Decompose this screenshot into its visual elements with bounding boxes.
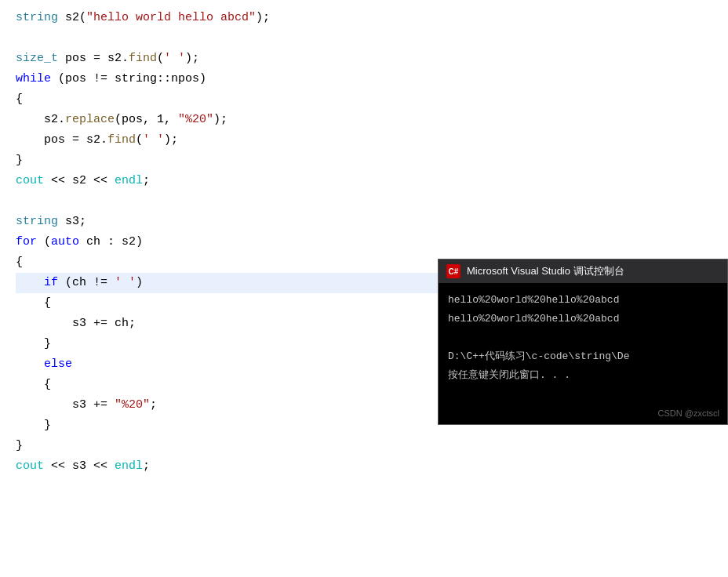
token-plain: } (16, 151, 23, 171)
token-plain: s2( (58, 8, 86, 28)
token-fn: replace (65, 110, 115, 130)
code-line (16, 28, 712, 49)
token-str: ' ' (143, 130, 164, 151)
code-line: s2.replace(pos, 1, "%20"); (16, 110, 712, 130)
token-plain: ; (143, 171, 150, 191)
token-str: "%20" (178, 110, 213, 130)
token-plain: s3 += (16, 395, 115, 416)
code-line: cout << s3 << endl; (16, 456, 712, 477)
token-plain: pos = s2. (58, 49, 129, 69)
token-fn: find (129, 49, 157, 69)
token-plain: ( (136, 130, 143, 151)
console-title: Microsoft Visual Studio 调试控制台 (467, 264, 624, 278)
token-plain: s3 += ch; (16, 314, 136, 334)
token-kw-cyan: cout (16, 171, 44, 191)
token-plain: ); (185, 49, 199, 69)
token-plain: { (16, 375, 51, 395)
code-line: string s2("hello world hello abcd"); (16, 8, 712, 28)
token-plain: { (16, 293, 51, 314)
token-plain: ( (37, 232, 51, 252)
token-plain: { (16, 89, 23, 110)
code-line: { (16, 89, 712, 110)
token-kw: auto (51, 232, 79, 252)
token-plain: << s3 << (44, 456, 115, 477)
token-plain: (ch != (58, 273, 115, 293)
token-str: "%20" (115, 395, 150, 416)
token-plain: ; (150, 395, 157, 416)
token-plain: (pos, 1, (115, 110, 178, 130)
token-plain: ; (143, 456, 150, 477)
token-kw-cyan: endl (115, 456, 143, 477)
token-kw: for (16, 232, 37, 252)
token-kw: if (44, 273, 58, 293)
code-line: size_t pos = s2.find(' '); (16, 49, 712, 69)
code-line: for (auto ch : s2) (16, 232, 712, 252)
token-plain: ); (164, 130, 178, 151)
token-str: ' ' (115, 273, 136, 293)
token-kw: while (16, 69, 51, 89)
token-plain: ); (256, 8, 270, 28)
token-plain: (pos != string::npos) (51, 69, 206, 89)
console-line (448, 328, 718, 347)
console-titlebar: C# Microsoft Visual Studio 调试控制台 (439, 259, 727, 283)
console-line: 按任意键关闭此窗口. . . (448, 366, 718, 385)
code-line: cout << s2 << endl; (16, 171, 712, 191)
console-line: D:\C++代码练习\c-code\string\De (448, 347, 718, 366)
code-line: string s3; (16, 212, 712, 232)
token-plain: ( (157, 49, 164, 69)
token-plain: } (16, 334, 51, 354)
console-content: hello%20world%20hello%20abcdhello%20worl… (439, 283, 727, 424)
token-str: ' ' (164, 49, 185, 69)
watermark: CSDN @zxctscl (658, 408, 719, 418)
token-type: string (16, 212, 58, 232)
code-line: } (16, 151, 712, 171)
token-plain: ); (213, 110, 228, 130)
token-plain: << s2 << (44, 171, 115, 191)
token-kw-cyan: endl (115, 171, 143, 191)
token-plain: ) (136, 273, 143, 293)
token-kw: else (44, 354, 72, 375)
token-plain: s2. (16, 110, 65, 130)
token-plain: ch : s2) (79, 232, 143, 252)
console-line: hello%20world%20hello%20abcd (448, 291, 718, 310)
token-plain: { (16, 252, 23, 273)
token-kw-cyan: cout (16, 456, 44, 477)
console-window: C# Microsoft Visual Studio 调试控制台 hello%2… (438, 259, 728, 425)
token-type: size_t (16, 49, 58, 69)
console-line: hello%20world%20hello%20abcd (448, 310, 718, 328)
code-line (16, 191, 712, 212)
token-str: "hello world hello abcd" (86, 8, 256, 28)
code-line: pos = s2.find(' '); (16, 130, 712, 151)
token-fn: find (107, 130, 136, 151)
token-type: string (16, 8, 58, 28)
token-plain (16, 354, 44, 375)
code-line: } (16, 436, 712, 456)
token-plain (16, 273, 44, 293)
console-app-icon: C# (446, 264, 460, 278)
token-plain: } (16, 436, 23, 456)
token-plain: pos = s2. (16, 130, 107, 151)
token-plain: s3; (58, 212, 86, 232)
code-line: while (pos != string::npos) (16, 69, 712, 89)
token-plain: } (16, 416, 51, 436)
